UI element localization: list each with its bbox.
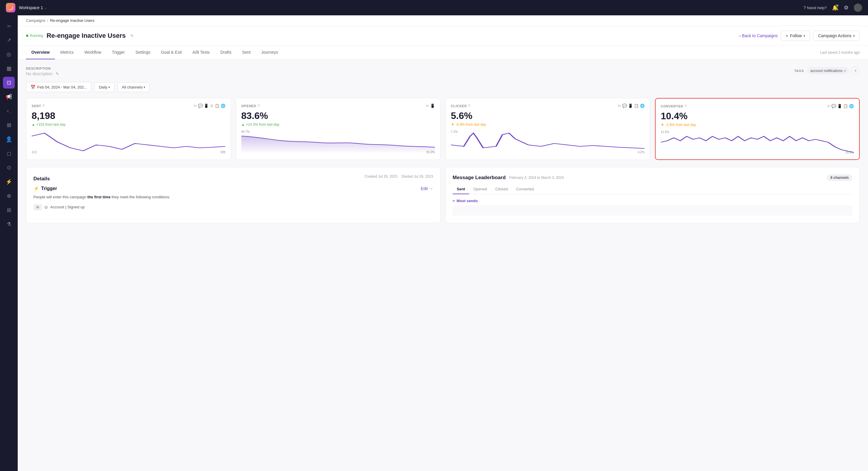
clicked-arrow-down: ▼: [451, 123, 454, 127]
help-link[interactable]: ? Need help?: [804, 5, 827, 10]
leaderboard-title: Message Leaderboard: [453, 175, 506, 180]
converted-sms-icon: 💬: [831, 104, 836, 108]
top-nav-right: ? Need help? 🔔 ⚙: [804, 4, 862, 12]
converted-web-icon: 🌐: [849, 104, 854, 108]
converted-change: ▼ -2.8% from last day: [661, 123, 854, 127]
converted-chart-bottom: 10.0%: [845, 151, 854, 154]
tab-journeys[interactable]: Journeys: [256, 46, 283, 59]
sidebar-item-cube[interactable]: ◻: [3, 147, 15, 159]
opened-help-icon[interactable]: ?: [258, 104, 260, 108]
notifications-icon[interactable]: 🔔: [832, 4, 838, 11]
description-value: No description ✎: [26, 71, 59, 76]
details-meta: Created Jul 26, 2023 Started Jul 26, 202…: [365, 174, 433, 178]
clicked-web-icon: 🌐: [640, 104, 645, 108]
clicked-value: 5.6%: [451, 110, 645, 121]
edit-trigger-button[interactable]: Edit →: [421, 186, 433, 191]
account-icon: ⊙: [44, 205, 48, 209]
actions-chevron-icon: ▾: [853, 34, 855, 37]
leaderboard-row: [453, 205, 852, 216]
campaign-header: Running Re-engage Inactive Users ✎ ‹ Bac…: [18, 26, 868, 46]
sidebar-item-flask[interactable]: ⚗: [3, 218, 15, 230]
converted-push-icon: 📱: [837, 104, 842, 108]
email-icon: ✉: [193, 104, 197, 108]
sidebar-item-chart[interactable]: ▦: [3, 63, 15, 74]
sent-chart-min: 113: [32, 150, 37, 154]
tab-trigger[interactable]: Trigger: [107, 46, 130, 59]
breadcrumb-current-page: Re-engage Inactive Users: [50, 18, 94, 23]
metric-card-opened-header: OPENED ? ✉ 📱: [241, 104, 435, 108]
description-section: DESCRIPTION No description ✎: [26, 67, 59, 76]
sidebar-item-send[interactable]: ↗: [3, 34, 15, 46]
lb-tab-clicked[interactable]: Clicked: [491, 184, 512, 194]
tab-workflow[interactable]: Workflow: [79, 46, 106, 59]
add-tag-button[interactable]: +: [851, 67, 860, 75]
trigger-label: ⚡ Trigger: [33, 186, 57, 191]
sidebar-item-terminal[interactable]: >_: [3, 105, 15, 117]
running-badge: Running: [26, 34, 43, 38]
app-logo[interactable]: 🌙: [6, 3, 16, 12]
tab-settings[interactable]: Settings: [130, 46, 156, 59]
tags-label: TAGS: [794, 69, 804, 73]
sidebar-item-campaign[interactable]: ⊡: [3, 77, 15, 89]
settings-icon[interactable]: ⚙: [844, 4, 848, 11]
trigger-section: ⚡ Trigger Edit → People will enter this …: [33, 186, 433, 210]
converted-channel-icons: ✉ 💬 📱 📋 🌐: [827, 104, 854, 108]
campaign-actions-button[interactable]: Campaign Actions ▾: [813, 31, 860, 41]
follow-button[interactable]: + Follow ▾: [781, 31, 810, 41]
tab-goal-exit[interactable]: Goal & Exit: [156, 46, 187, 59]
campaign-edit-icon[interactable]: ✎: [130, 33, 134, 38]
leaderboard-card: Message Leaderboard February 3, 2024 to …: [445, 167, 860, 223]
tag-remove-icon[interactable]: ×: [844, 68, 846, 73]
back-to-campaigns-button[interactable]: ‹ Back to Campaigns: [739, 33, 778, 38]
clicked-label: CLICKED ?: [451, 104, 471, 108]
sidebar-item-megaphone[interactable]: 📢: [3, 91, 15, 103]
tab-ab-tests[interactable]: A/B Tests: [187, 46, 215, 59]
sidebar-item-inbox[interactable]: ⊠: [3, 119, 15, 131]
top-nav: 🌙 Workspace 1 ⌄ ? Need help? 🔔 ⚙: [0, 0, 868, 15]
sent-change: ▲ +153 from last day: [32, 123, 225, 127]
converted-help-icon[interactable]: ?: [685, 104, 687, 108]
converted-arrow-down: ▼: [661, 123, 664, 127]
tab-drafts[interactable]: Drafts: [215, 46, 237, 59]
converted-email-icon: ✉: [827, 104, 830, 108]
sidebar-item-personas[interactable]: ⊙: [3, 162, 15, 173]
lb-tab-opened[interactable]: Opened: [469, 184, 491, 194]
header-actions: ‹ Back to Campaigns + Follow ▾ Campaign …: [739, 31, 860, 41]
period-select[interactable]: Daily ▾: [94, 82, 114, 92]
breadcrumb-campaigns[interactable]: Campaigns: [26, 18, 45, 23]
opened-chart-bottom: 81.0%: [427, 150, 435, 154]
user-avatar[interactable]: [854, 4, 862, 12]
channel-select[interactable]: All channels ▾: [117, 82, 150, 92]
sidebar-item-pulse[interactable]: ⚡: [3, 176, 15, 188]
lb-tab-sent[interactable]: Sent: [453, 184, 469, 194]
most-sends-label: ≡ Most sends: [453, 199, 852, 203]
workspace-selector[interactable]: Workspace 1 ⌄: [19, 5, 47, 10]
push-icon: 📱: [204, 104, 209, 108]
tab-sent[interactable]: Sent: [237, 46, 256, 59]
sent-chart-max: 189: [220, 150, 225, 154]
sidebar-item-dashboard[interactable]: ◎: [3, 48, 15, 60]
metric-card-converted: CONVERTED ? ✉ 💬 📱 📋 🌐 10.4% ▼ -2.8% from…: [655, 98, 860, 160]
description-edit-icon[interactable]: ✎: [56, 71, 59, 76]
sidebar-item-db[interactable]: ⊕: [3, 190, 15, 202]
date-range-filter[interactable]: 📅 Feb 04, 2024 - Mar 04, 202...: [26, 82, 91, 92]
leaderboard-header: Message Leaderboard February 3, 2024 to …: [453, 174, 852, 181]
sidebar-collapse-icon[interactable]: ≫: [3, 20, 15, 32]
opened-arrow-up: ▲: [241, 123, 245, 127]
sent-help-icon[interactable]: ?: [42, 104, 45, 108]
tab-metrics[interactable]: Metrics: [55, 46, 79, 59]
web-icon: 🌐: [221, 104, 225, 108]
lb-tab-converted[interactable]: Converted: [512, 184, 538, 194]
period-chevron-icon: ▾: [108, 86, 110, 89]
opened-label: OPENED ?: [241, 104, 260, 108]
metric-card-sent: SENT ? ✉ 💬 📱 🖥 📋 🌐 8,198 ▲ +153: [26, 98, 231, 160]
channel-chevron-icon: ▾: [144, 86, 145, 89]
channels-badge: 6 channels: [827, 174, 852, 181]
sidebar-item-table[interactable]: ⊞: [3, 204, 15, 216]
opened-chart: 94.7% 81.0%: [241, 130, 435, 154]
sidebar-item-person[interactable]: 👤: [3, 133, 15, 145]
tab-overview[interactable]: Overview: [26, 46, 55, 59]
trigger-description: People will enter this campaign the firs…: [33, 194, 433, 200]
clicked-help-icon[interactable]: ?: [468, 104, 471, 108]
running-label: Running: [30, 34, 43, 38]
